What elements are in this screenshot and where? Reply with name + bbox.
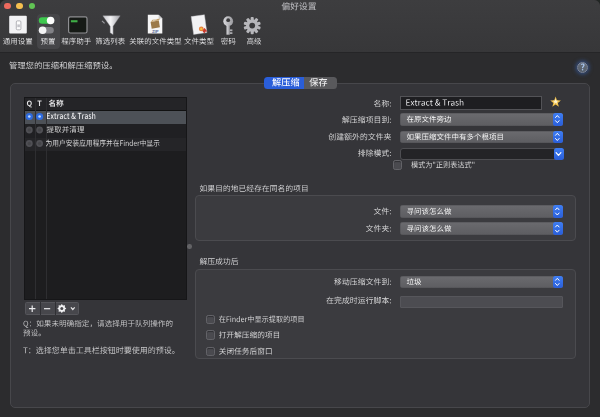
svg-text:ZIP: ZIP <box>152 29 159 34</box>
